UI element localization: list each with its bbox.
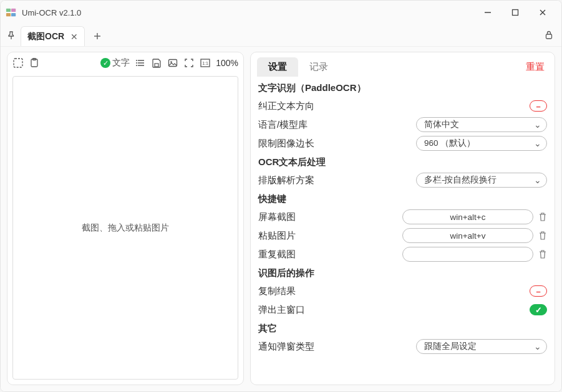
label-hotkey-screenshot: 屏幕截图 — [258, 211, 296, 223]
svg-rect-1 — [11, 9, 16, 12]
screenshot-icon[interactable] — [12, 57, 24, 69]
trash-icon[interactable] — [538, 212, 547, 222]
image-icon[interactable] — [167, 57, 178, 69]
left-panel: ✓ 文字 1:1 100% 截图、拖入或粘贴图片 — [7, 52, 244, 385]
select-language[interactable]: 简体中文⌄ — [416, 117, 547, 132]
label-copy-result: 复制结果 — [258, 285, 296, 297]
chevron-down-icon: ⌄ — [534, 342, 541, 351]
svg-point-19 — [136, 65, 137, 66]
select-notify-type[interactable]: 跟随全局设定⌄ — [416, 339, 547, 354]
status-label: 文字 — [112, 57, 130, 69]
right-panel: 设置 记录 重置 文字识别（PaddleOCR） 纠正文本方向 – 语言/模型库… — [250, 52, 555, 385]
close-button[interactable] — [529, 3, 556, 22]
tab-records[interactable]: 记录 — [298, 57, 339, 77]
svg-rect-11 — [14, 59, 22, 67]
pin-icon[interactable] — [4, 29, 18, 42]
svg-point-17 — [136, 60, 137, 61]
app-icon — [6, 7, 17, 18]
lock-icon[interactable] — [544, 30, 554, 40]
app-window: Umi-OCR v2.1.0 截图OCR ✕ ✓ 文字 — [0, 0, 562, 392]
section-postprocess: OCR文本后处理 — [258, 153, 547, 171]
label-hotkey-repeat: 重复截图 — [258, 249, 296, 261]
svg-point-22 — [170, 61, 172, 63]
label-notify-type: 通知弹窗类型 — [258, 341, 314, 353]
toggle-copy-result[interactable]: – — [530, 285, 547, 297]
settings-body: 文字识别（PaddleOCR） 纠正文本方向 – 语言/模型库 简体中文⌄ 限制… — [251, 77, 555, 385]
image-dropzone[interactable]: 截图、拖入或粘贴图片 — [12, 76, 238, 380]
select-layout[interactable]: 多栏-按自然段换行⌄ — [416, 173, 547, 188]
right-tabs: 设置 记录 重置 — [251, 52, 555, 77]
toggle-popup-window[interactable]: ✓ — [530, 304, 547, 315]
paste-icon[interactable] — [29, 57, 40, 69]
svg-rect-10 — [546, 34, 552, 39]
maximize-button[interactable] — [501, 3, 529, 22]
trash-icon[interactable] — [538, 231, 547, 241]
fit-icon[interactable]: 1:1 — [200, 57, 211, 69]
select-limit-edge[interactable]: 960 （默认）⌄ — [416, 136, 547, 151]
add-tab-button[interactable] — [89, 27, 106, 45]
list-icon[interactable] — [135, 57, 146, 69]
svg-rect-21 — [169, 60, 177, 67]
section-hotkeys: 快捷键 — [258, 189, 547, 208]
hotkey-repeat-input[interactable] — [402, 247, 533, 262]
zoom-level[interactable]: 100% — [216, 58, 238, 68]
label-correct-direction: 纠正文本方向 — [258, 100, 314, 112]
status-badge: ✓ 文字 — [100, 57, 130, 69]
check-icon: ✓ — [100, 58, 110, 68]
reset-button[interactable]: 重置 — [526, 61, 548, 73]
tab-close-icon[interactable]: ✕ — [70, 32, 78, 42]
fullscreen-icon[interactable] — [183, 57, 195, 69]
tab-screenshot-ocr[interactable]: 截图OCR ✕ — [21, 26, 85, 46]
svg-rect-0 — [6, 9, 11, 12]
label-language: 语言/模型库 — [258, 119, 308, 131]
hotkey-paste-input[interactable]: win+alt+v — [402, 228, 533, 243]
dropzone-hint: 截图、拖入或粘贴图片 — [82, 222, 169, 234]
svg-rect-2 — [6, 13, 11, 16]
titlebar: Umi-OCR v2.1.0 — [1, 1, 561, 24]
chevron-down-icon: ⌄ — [534, 175, 541, 185]
svg-rect-5 — [513, 10, 518, 16]
window-title: Umi-OCR v2.1.0 — [22, 8, 81, 17]
save-icon[interactable] — [151, 57, 162, 69]
chevron-down-icon: ⌄ — [534, 120, 541, 130]
label-hotkey-paste: 粘贴图片 — [258, 230, 296, 242]
section-engine: 文字识别（PaddleOCR） — [258, 79, 547, 97]
trash-icon[interactable] — [538, 249, 547, 259]
label-layout: 排版解析方案 — [258, 174, 314, 186]
label-limit-edge: 限制图像边长 — [258, 138, 314, 150]
minimize-button[interactable] — [474, 3, 501, 22]
svg-text:1:1: 1:1 — [202, 61, 208, 65]
hotkey-screenshot-input[interactable]: win+alt+c — [402, 209, 533, 224]
section-other: 其它 — [258, 319, 547, 337]
svg-point-18 — [136, 62, 137, 64]
tab-settings[interactable]: 设置 — [257, 57, 298, 77]
left-toolbar: ✓ 文字 1:1 100% — [7, 52, 243, 74]
chevron-down-icon: ⌄ — [534, 138, 541, 148]
section-after: 识图后的操作 — [258, 264, 547, 282]
tabbar: 截图OCR ✕ — [1, 24, 561, 47]
toggle-correct-direction[interactable]: – — [530, 100, 547, 112]
content-area: ✓ 文字 1:1 100% 截图、拖入或粘贴图片 设置 记录 重置 — [1, 47, 561, 391]
tab-label: 截图OCR — [27, 31, 64, 42]
svg-rect-3 — [11, 13, 16, 16]
svg-rect-20 — [155, 64, 158, 67]
label-popup-window: 弹出主窗口 — [258, 304, 305, 316]
